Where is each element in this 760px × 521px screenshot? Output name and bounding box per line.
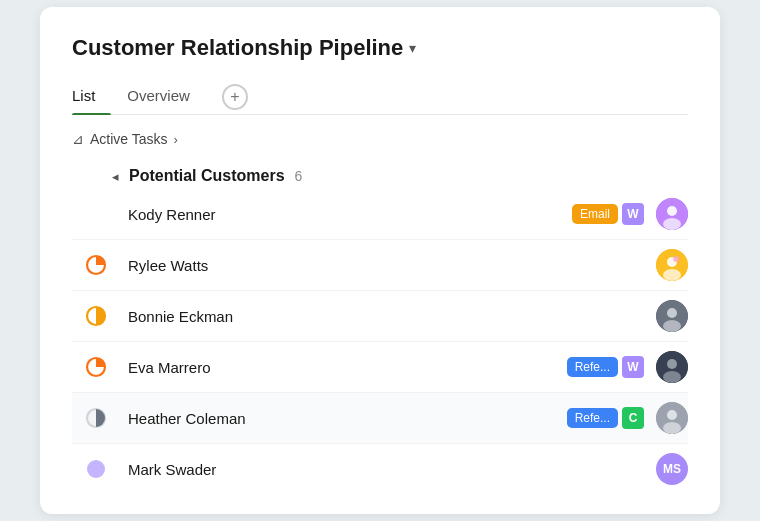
task-name: Kody Renner	[120, 206, 572, 223]
task-row[interactable]: Heather Coleman Refe... C	[72, 393, 688, 444]
svg-point-6	[663, 269, 681, 281]
task-row[interactable]: Mark Swader MS	[72, 444, 688, 494]
svg-point-15	[663, 371, 681, 383]
tab-list[interactable]: List	[72, 79, 111, 114]
svg-point-7	[673, 256, 679, 262]
svg-point-11	[663, 320, 681, 332]
task-name: Eva Marrero	[120, 359, 567, 376]
task-name: Heather Coleman	[120, 410, 567, 427]
task-icon-col	[72, 407, 120, 429]
page-title: Customer Relationship Pipeline	[72, 35, 403, 61]
progress-half-orange-icon	[85, 305, 107, 327]
tag-email[interactable]: Email	[572, 204, 618, 224]
svg-point-1	[667, 206, 677, 216]
dropdown-chevron-icon[interactable]: ▾	[409, 40, 416, 56]
task-tags: Refe... C	[567, 407, 644, 429]
section-header: ◂ Potential Customers 6	[72, 167, 688, 185]
progress-quarter-icon	[85, 254, 107, 276]
section-count: 6	[295, 168, 303, 184]
task-list: Kody Renner Email W Rylee Watt	[72, 189, 688, 494]
svg-point-2	[663, 218, 681, 230]
task-icon-col	[72, 356, 120, 378]
avatar	[656, 249, 688, 281]
filter-label[interactable]: Active Tasks	[90, 131, 168, 147]
progress-quarter-icon	[85, 356, 107, 378]
task-icon-col	[72, 254, 120, 276]
task-tags: Email W	[572, 203, 644, 225]
tabs-row: List Overview +	[72, 79, 688, 115]
task-row[interactable]: Kody Renner Email W	[72, 189, 688, 240]
task-row[interactable]: Rylee Watts	[72, 240, 688, 291]
avatar	[656, 300, 688, 332]
task-icon-col	[72, 305, 120, 327]
task-tags: Refe... W	[567, 356, 644, 378]
svg-point-19	[663, 422, 681, 434]
task-icon-col	[72, 458, 120, 480]
tag-w[interactable]: W	[622, 203, 644, 225]
main-card: Customer Relationship Pipeline ▾ List Ov…	[40, 7, 720, 514]
task-row[interactable]: Eva Marrero Refe... W	[72, 342, 688, 393]
progress-empty-icon	[85, 458, 107, 480]
svg-point-10	[667, 308, 677, 318]
tab-overview[interactable]: Overview	[127, 79, 206, 114]
filter-icon: ⊿	[72, 131, 84, 147]
task-name: Rylee Watts	[120, 257, 644, 274]
task-row[interactable]: Bonnie Eckman	[72, 291, 688, 342]
tag-ref[interactable]: Refe...	[567, 408, 618, 428]
svg-point-18	[667, 410, 677, 420]
avatar	[656, 351, 688, 383]
section-collapse-icon[interactable]: ◂	[112, 169, 119, 184]
avatar	[656, 198, 688, 230]
svg-point-14	[667, 359, 677, 369]
progress-half-icon	[85, 407, 107, 429]
tag-w[interactable]: W	[622, 356, 644, 378]
task-name: Mark Swader	[120, 461, 644, 478]
svg-point-20	[87, 460, 105, 478]
filter-chevron-icon[interactable]: ›	[174, 132, 178, 147]
tag-c[interactable]: C	[622, 407, 644, 429]
page-title-row: Customer Relationship Pipeline ▾	[72, 35, 688, 61]
section-title: Potential Customers	[129, 167, 285, 185]
avatar	[656, 402, 688, 434]
tag-ref[interactable]: Refe...	[567, 357, 618, 377]
filter-row: ⊿ Active Tasks ›	[72, 131, 688, 147]
add-tab-button[interactable]: +	[222, 84, 248, 110]
avatar: MS	[656, 453, 688, 485]
task-name: Bonnie Eckman	[120, 308, 644, 325]
